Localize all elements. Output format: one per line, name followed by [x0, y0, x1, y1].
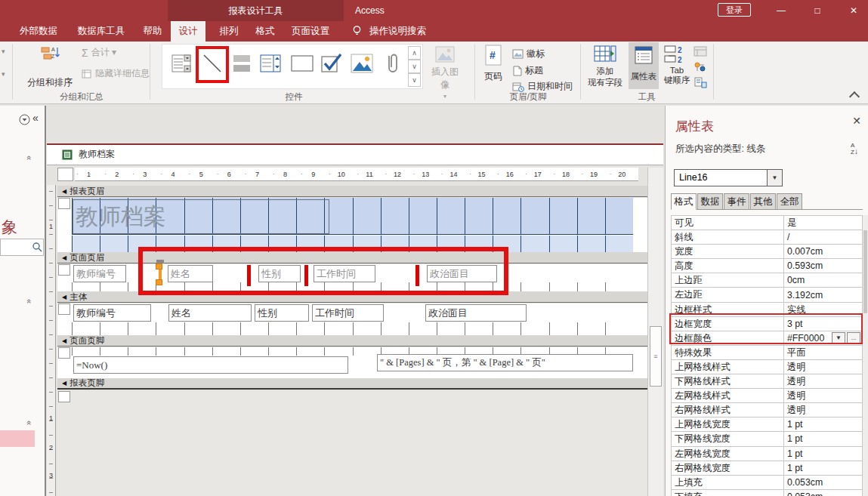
detail-textbox-teacher-id[interactable]: 教师编号: [73, 304, 151, 322]
nav-selected-item[interactable]: [0, 430, 35, 447]
property-value[interactable]: 是: [784, 216, 862, 230]
report-footer-section[interactable]: [57, 391, 648, 496]
cutoff-button-bottom[interactable]: ▾: [2, 70, 5, 78]
property-row[interactable]: 可见是: [672, 216, 863, 230]
detail-textbox-name[interactable]: 姓名: [168, 304, 252, 322]
report-header-grid-lower[interactable]: [72, 236, 633, 252]
property-row[interactable]: 高度0.593cm: [672, 259, 863, 273]
property-value[interactable]: 透明: [784, 403, 862, 417]
section-selector-box[interactable]: [58, 347, 70, 359]
horizontal-ruler[interactable]: 1234567891011121314151617181920: [75, 168, 638, 181]
property-value[interactable]: 0.007cm: [784, 245, 862, 258]
property-row[interactable]: 下网格线样式透明: [672, 374, 863, 389]
tab-arrange[interactable]: 排列: [213, 21, 245, 42]
tab-design[interactable]: 设计: [171, 21, 205, 42]
property-row[interactable]: 右网格线样式透明: [672, 403, 863, 417]
property-value[interactable]: 透明: [784, 374, 862, 388]
sort-az-icon[interactable]: AZ↓: [851, 143, 863, 158]
red-line-control[interactable]: [247, 265, 251, 286]
property-value[interactable]: 0.053cm: [784, 490, 862, 496]
section-selector-box[interactable]: [58, 198, 70, 209]
property-value[interactable]: #FF0000▼...: [784, 331, 862, 345]
section-bar-page-footer[interactable]: ◀ 页面页脚: [57, 335, 648, 347]
combo-box-control[interactable]: [168, 48, 195, 79]
color-dropdown-button[interactable]: ▼: [832, 332, 845, 344]
ps-tab-other[interactable]: 其他: [750, 193, 776, 210]
detail-textbox-gender[interactable]: 性别: [255, 304, 309, 322]
page-header-label-work-time[interactable]: 工作时间: [314, 265, 375, 282]
property-sheet-button[interactable]: 属性表: [629, 42, 659, 89]
collapse-ribbon-icon[interactable]: [849, 91, 860, 102]
group-sort-button[interactable]: AZ 分组和排序: [20, 45, 80, 88]
property-row[interactable]: 边框颜色#FF0000▼...: [672, 331, 863, 346]
selected-line-handle[interactable]: [156, 279, 162, 285]
detail-textbox-work-time[interactable]: 工作时间: [312, 304, 384, 322]
maximize-button[interactable]: □: [805, 0, 829, 21]
property-row[interactable]: 上网格线宽度1 pt: [672, 417, 863, 432]
tab-order-button[interactable]: 22 Tab 键顺序: [660, 45, 693, 86]
attachment-control[interactable]: [378, 48, 406, 79]
nav-group-collapse-icon[interactable]: «: [25, 299, 34, 303]
red-line-control[interactable]: [415, 265, 419, 286]
logo-button[interactable]: 徽标: [512, 48, 545, 60]
tab-format[interactable]: 格式: [249, 21, 281, 42]
property-row[interactable]: 边框样式实线: [672, 303, 863, 317]
scrollbar-thumb[interactable]: ≡: [650, 326, 662, 387]
property-value[interactable]: 1 pt: [784, 447, 862, 461]
tab-database-tools[interactable]: 数据库工具: [70, 21, 133, 42]
page-header-label-teacher-id[interactable]: 教师编号: [73, 265, 126, 282]
property-value[interactable]: 1 pt: [784, 461, 862, 475]
property-row[interactable]: 右网格线宽度1 pt: [672, 461, 863, 476]
detail-textbox-political[interactable]: 政治面目: [425, 304, 527, 322]
property-value[interactable]: 透明: [784, 389, 862, 402]
section-selector-box[interactable]: [58, 264, 70, 276]
nav-menu-icon[interactable]: [19, 114, 30, 125]
red-line-control[interactable]: [304, 265, 308, 286]
page-number-button[interactable]: # 页码: [479, 45, 508, 83]
document-tab[interactable]: 教师档案: [62, 148, 115, 161]
property-row[interactable]: 斜线/: [672, 230, 863, 245]
ps-tab-all[interactable]: 全部: [777, 193, 802, 210]
list-box-control[interactable]: [257, 48, 284, 79]
page-header-label-gender[interactable]: 性别: [258, 265, 301, 282]
property-row[interactable]: 下网格线宽度1 pt: [672, 432, 863, 446]
property-row[interactable]: 左边距3.192cm: [672, 288, 863, 302]
property-value[interactable]: /: [784, 230, 862, 244]
subform-in-new-window-icon[interactable]: [693, 46, 707, 57]
property-value[interactable]: 0.593cm: [784, 259, 862, 273]
property-value[interactable]: 1 pt: [784, 432, 862, 445]
nav-group-collapse-icon[interactable]: «: [25, 156, 34, 160]
section-bar-report-footer[interactable]: ◀ 报表页脚: [57, 378, 648, 390]
toggle-button-control[interactable]: [228, 48, 255, 79]
property-value[interactable]: 透明: [784, 360, 862, 374]
minimize-button[interactable]: —: [769, 0, 793, 21]
section-selector-box[interactable]: [58, 391, 70, 402]
scrollbar-thumb[interactable]: [863, 230, 867, 313]
tab-page-setup[interactable]: 页面设置: [286, 21, 335, 42]
property-row[interactable]: 左网格线宽度1 pt: [672, 447, 863, 461]
selected-line-handle[interactable]: [156, 263, 162, 270]
page-footer-pages-textbox[interactable]: " & [Pages] & " 页，第 " & [Page] & " 页": [377, 354, 633, 371]
property-row[interactable]: 上填充0.053cm: [672, 476, 863, 490]
property-value[interactable]: 1 pt: [784, 417, 862, 431]
shutter-bar-collapse-icon[interactable]: «: [32, 112, 39, 124]
canvas-vertical-scrollbar[interactable]: ≡: [647, 168, 663, 496]
section-bar-report-header[interactable]: ◀ 报表页眉: [57, 186, 648, 197]
close-button[interactable]: ✕: [840, 0, 867, 21]
add-existing-fields-button[interactable]: 添加 现有字段: [583, 45, 627, 88]
title-button[interactable]: 标题: [512, 64, 543, 77]
property-value[interactable]: 实线: [784, 303, 862, 316]
tab-help[interactable]: 帮助: [137, 21, 168, 42]
property-row[interactable]: 边框宽度3 pt: [672, 317, 863, 331]
nav-group-collapse-icon[interactable]: «: [25, 421, 34, 425]
property-row[interactable]: 左网格线样式透明: [672, 389, 863, 403]
report-title-label[interactable]: 教师档案: [73, 199, 329, 234]
color-builder-button[interactable]: ...: [847, 332, 860, 344]
page-header-label-political[interactable]: 政治面目: [427, 265, 497, 282]
tab-external-data[interactable]: 外部数据: [14, 21, 63, 42]
section-selector-box[interactable]: [58, 303, 70, 315]
section-bar-detail[interactable]: ◀ 主体: [57, 291, 648, 303]
tell-me-search[interactable]: 操作说明搜索: [369, 21, 426, 42]
search-icon[interactable]: [32, 242, 43, 253]
property-row[interactable]: 特殊效果平面: [672, 346, 863, 360]
